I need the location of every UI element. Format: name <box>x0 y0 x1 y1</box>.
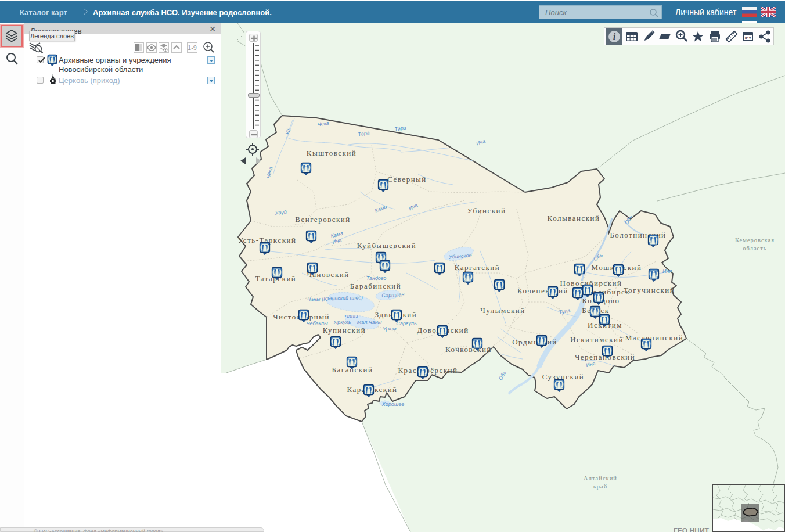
svg-text:Венгеровский: Венгеровский <box>295 215 350 224</box>
svg-text:Сартлан: Сартлан <box>381 292 404 299</box>
svg-text:Коченевский: Коченевский <box>517 286 568 295</box>
svg-text:Каргатский: Каргатский <box>455 263 500 272</box>
svg-text:Кемеровская: Кемеровская <box>735 237 775 243</box>
svg-text:Тогучинский: Тогучинский <box>624 286 675 294</box>
svg-text:Чаны: Чаны <box>345 314 358 319</box>
svg-text:область: область <box>743 245 766 251</box>
svg-text:Кочковский: Кочковский <box>445 345 492 354</box>
svg-text:Кыштовский: Кыштовский <box>307 149 357 157</box>
svg-text:Хорошее: Хорошее <box>381 401 404 407</box>
svg-text:i: i <box>613 32 616 42</box>
svg-text:Чулымский: Чулымский <box>480 306 525 315</box>
svg-text:Маслянинский: Маслянинский <box>625 333 683 342</box>
svg-text:Убинский: Убинский <box>467 206 506 215</box>
svg-text:Искитимский: Искитимский <box>570 335 624 344</box>
svg-text:Северный: Северный <box>387 175 427 184</box>
svg-text:край: край <box>593 483 608 490</box>
svg-text:Саргуль: Саргуль <box>396 321 417 326</box>
svg-text:Урюм: Урюм <box>382 326 397 332</box>
svg-text:Ордынский: Ордынский <box>512 337 557 346</box>
svg-text:Уауй: Уауй <box>274 209 287 216</box>
svg-text:Купинский: Купинский <box>323 326 366 335</box>
svg-text:Колыванский: Колыванский <box>548 214 600 222</box>
svg-text:Алтайский: Алтайский <box>584 475 617 481</box>
svg-text:X:Y: X:Y <box>744 36 751 40</box>
svg-text:Иня: Иня <box>662 268 672 274</box>
svg-text:Тандово: Тандово <box>366 275 387 281</box>
svg-text:Барабинский: Барабинский <box>350 282 402 290</box>
svg-text:Мал.Чаны: Мал.Чаны <box>357 319 382 325</box>
svg-text:Яркуль: Яркуль <box>333 319 351 325</box>
svg-text:Куйбышевский: Куйбышевский <box>357 241 416 250</box>
